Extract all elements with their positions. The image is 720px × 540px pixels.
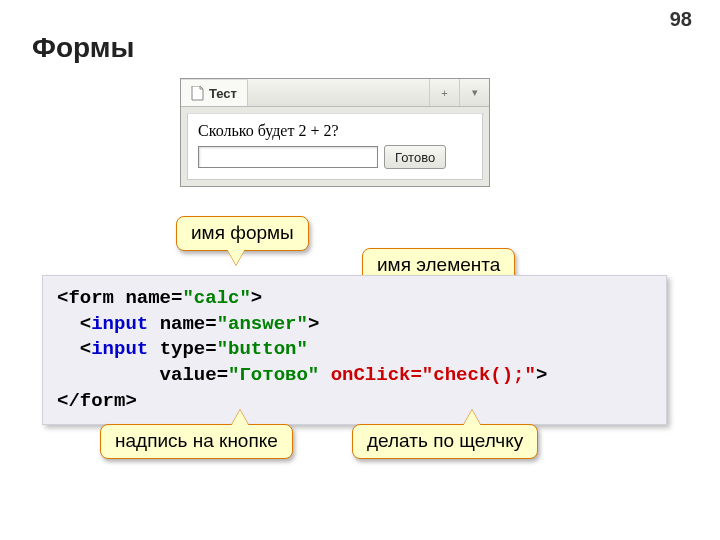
- callout-button-caption-text: надпись на кнопке: [115, 430, 278, 451]
- browser-titlebar: Тест + ▾: [181, 79, 489, 107]
- code-block: <form name="calc"> <input name="answer">…: [42, 275, 667, 425]
- question-text: Сколько будет 2 + 2?: [198, 122, 472, 140]
- callout-onclick-action: делать по щелчку: [352, 424, 538, 459]
- form-row: Готово: [198, 145, 472, 169]
- browser-window: Тест + ▾ Сколько будет 2 + 2? Готово: [180, 78, 490, 187]
- callout-element-name-text: имя элемента: [377, 254, 500, 275]
- callout-form-name: имя формы: [176, 216, 309, 251]
- ready-button[interactable]: Готово: [384, 145, 446, 169]
- browser-tab[interactable]: Тест: [181, 79, 248, 106]
- tab-menu-button[interactable]: ▾: [459, 79, 489, 106]
- page-number: 98: [670, 8, 692, 31]
- browser-body: Сколько будет 2 + 2? Готово: [187, 113, 483, 180]
- callout-form-name-text: имя формы: [191, 222, 294, 243]
- page-title: Формы: [32, 32, 134, 64]
- callout-onclick-action-text: делать по щелчку: [367, 430, 523, 451]
- new-tab-button[interactable]: +: [429, 79, 459, 106]
- tab-label: Тест: [209, 86, 237, 101]
- document-icon: [191, 86, 204, 101]
- callout-button-caption: надпись на кнопке: [100, 424, 293, 459]
- answer-input[interactable]: [198, 146, 378, 168]
